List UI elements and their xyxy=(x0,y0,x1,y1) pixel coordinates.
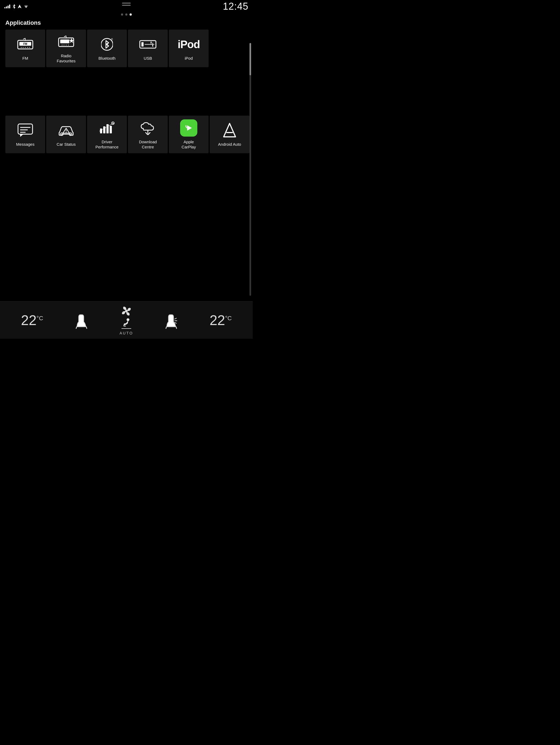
svg-rect-45 xyxy=(110,126,112,133)
driver-perf-icon xyxy=(98,119,116,137)
svg-marker-19 xyxy=(69,38,74,43)
hamburger-menu[interactable] xyxy=(122,3,131,6)
auto-label: AUTO xyxy=(120,331,133,335)
fan-icon xyxy=(121,305,132,317)
android-auto-label: Android Auto xyxy=(218,142,241,147)
app-tile-car-status[interactable]: Car Status xyxy=(46,116,86,153)
app-tile-radio-favourites[interactable]: RadioFavourites xyxy=(46,30,86,67)
svg-text:®: ® xyxy=(111,38,113,41)
app-row-2: Messages Car Status xyxy=(0,116,253,153)
usb-icon xyxy=(139,36,157,53)
svg-rect-29 xyxy=(151,42,152,43)
scrollbar-track[interactable] xyxy=(250,43,251,296)
svg-marker-0 xyxy=(18,5,22,8)
svg-point-41 xyxy=(66,132,67,133)
signal-bars xyxy=(4,5,10,8)
page-dot-1[interactable] xyxy=(121,13,123,15)
svg-rect-25 xyxy=(141,42,143,46)
bluetooth-icon: ® xyxy=(98,36,116,53)
bluetooth-status-icon xyxy=(12,4,15,9)
clock: 12:45 xyxy=(223,1,249,12)
app-tile-android-auto[interactable]: Android Auto xyxy=(210,116,250,153)
download-icon xyxy=(139,119,157,137)
status-bar: 12:45 xyxy=(0,0,253,12)
svg-rect-43 xyxy=(103,126,105,133)
seat-left-icon[interactable] xyxy=(74,312,89,329)
section-title: Applications xyxy=(0,17,253,30)
app-tile-bluetooth[interactable]: ® Bluetooth xyxy=(87,30,127,67)
app-tile-messages[interactable]: Messages xyxy=(5,116,45,153)
seat-recline-icon xyxy=(122,318,131,327)
svg-line-55 xyxy=(174,318,177,319)
driver-seat-icon xyxy=(164,312,178,329)
apple-carplay-label: AppleCarPlay xyxy=(182,139,196,150)
right-temp[interactable]: 22°C xyxy=(209,313,232,327)
radio-fav-label: RadioFavourites xyxy=(57,53,75,64)
seat-right-icon[interactable] xyxy=(164,312,178,329)
download-centre-label: DownloadCentre xyxy=(139,139,157,150)
bluetooth-label: Bluetooth xyxy=(98,56,115,61)
app-tile-ipod[interactable]: iPod iPod xyxy=(169,30,209,67)
page-dot-3[interactable] xyxy=(130,13,132,15)
usb-label: USB xyxy=(144,56,152,61)
svg-rect-44 xyxy=(106,124,109,133)
radio-fav-icon xyxy=(58,33,75,51)
status-icons xyxy=(4,4,29,9)
svg-rect-42 xyxy=(100,129,102,133)
app-row-1: FM FM xyxy=(0,30,253,67)
svg-point-53 xyxy=(125,310,128,313)
svg-text:FM: FM xyxy=(23,42,27,45)
page-dot-2[interactable] xyxy=(125,13,127,15)
app-tile-apple-carplay[interactable]: AppleCarPlay xyxy=(169,116,209,153)
seat-icon xyxy=(74,312,89,329)
car-status-icon xyxy=(58,122,75,139)
bottom-bar: 22°C AUTO xyxy=(0,301,253,339)
driver-perf-label: DriverPerformance xyxy=(95,139,119,150)
app-tile-fm[interactable]: FM FM xyxy=(5,30,45,67)
right-temp-value: 22°C xyxy=(209,313,232,327)
svg-marker-50 xyxy=(187,125,192,131)
page-indicators xyxy=(0,12,253,17)
ipod-icon: iPod xyxy=(180,36,197,53)
ipod-label: iPod xyxy=(185,56,193,61)
app-tile-driver-performance[interactable]: DriverPerformance xyxy=(87,116,127,153)
fm-label: FM xyxy=(22,56,28,61)
android-auto-icon xyxy=(221,122,238,139)
svg-rect-12 xyxy=(60,39,69,43)
svg-point-54 xyxy=(127,319,129,321)
svg-line-18 xyxy=(64,36,66,37)
fm-icon: FM xyxy=(17,36,34,53)
app-tile-usb[interactable]: USB xyxy=(128,30,168,67)
app-tile-download-centre[interactable]: DownloadCentre xyxy=(128,116,168,153)
svg-line-10 xyxy=(23,38,25,39)
car-status-label: Car Status xyxy=(57,142,76,147)
carplay-icon xyxy=(180,119,197,137)
svg-marker-51 xyxy=(224,123,235,137)
messages-icon xyxy=(17,122,34,139)
wifi-icon xyxy=(24,5,29,8)
left-temp-value: 22°C xyxy=(21,313,43,327)
scrollbar-thumb[interactable] xyxy=(250,43,251,75)
left-temp[interactable]: 22°C xyxy=(21,313,43,327)
location-icon xyxy=(18,5,22,8)
fan-auto-control[interactable]: AUTO xyxy=(120,305,133,335)
messages-label: Messages xyxy=(16,142,34,147)
